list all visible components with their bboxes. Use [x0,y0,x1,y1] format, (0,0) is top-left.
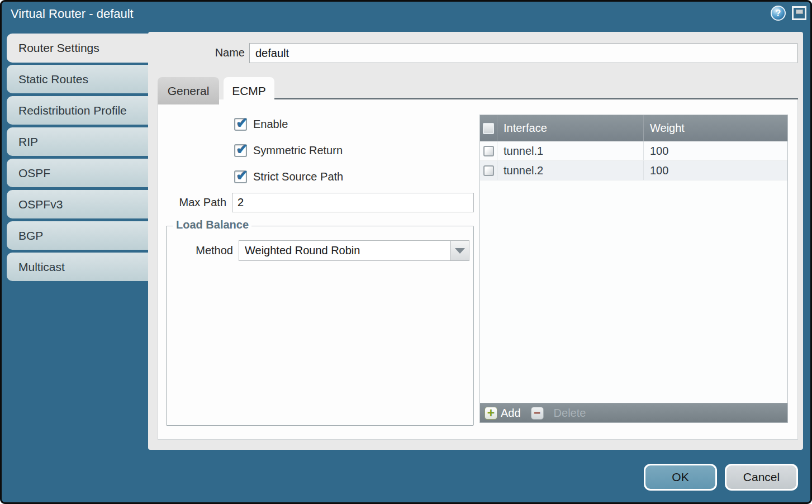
strict-source-path-checkbox[interactable] [234,170,247,183]
sidebar-item-multicast[interactable]: Multicast [7,253,148,281]
column-header-weight[interactable]: Weight [644,115,787,141]
sidebar-item-ospfv3[interactable]: OSPFv3 [7,190,148,218]
weight-cell: 100 [650,145,668,158]
tab-general[interactable]: General [158,77,219,104]
table-toolbar: Add Delete [480,403,787,422]
table-row[interactable]: tunnel.2 100 [480,161,787,180]
strict-source-path-label: Strict Source Path [253,170,343,183]
select-all-checkbox[interactable] [483,123,494,134]
row-checkbox[interactable] [483,146,494,156]
enable-checkbox[interactable] [234,118,247,131]
restore-window-glyph [796,9,803,14]
tab-ecmp[interactable]: ECMP [224,77,274,104]
cancel-button[interactable]: Cancel [725,464,798,491]
virtual-router-dialog: Virtual Router - default Router Settings… [0,0,812,504]
plus-icon [485,407,497,420]
tab-strip-divider [274,98,798,99]
symmetric-return-checkbox[interactable] [234,144,247,157]
restore-window-icon[interactable] [792,6,806,20]
sidebar-item-router-settings[interactable]: Router Settings [7,34,148,63]
add-button[interactable]: Add [485,407,521,420]
interface-cell: tunnel.2 [504,164,543,177]
minus-icon [531,407,544,420]
enable-label: Enable [253,118,288,131]
symmetric-return-label: Symmetric Return [253,144,343,157]
method-dropdown-value: Weighted Round Robin [239,241,450,260]
ok-button[interactable]: OK [644,464,717,491]
sidebar-item-rip[interactable]: RIP [7,127,148,156]
sidebar-item-bgp[interactable]: BGP [7,221,148,250]
load-balance-legend: Load Balance [173,218,251,231]
ecmp-interface-table: Interface Weight tunnel.1 100 tunnel.2 1… [479,115,788,423]
sidebar-item-redistribution-profile[interactable]: Redistribution Profile [7,96,148,125]
table-row[interactable]: tunnel.1 100 [480,141,787,161]
select-all-cell [480,115,497,141]
interface-cell: tunnel.1 [504,145,543,158]
table-header-row: Interface Weight [480,115,787,141]
sidebar-item-ospf[interactable]: OSPF [7,159,148,187]
delete-button[interactable]: Delete [531,407,586,420]
sidebar-item-static-routes[interactable]: Static Routes [7,65,148,93]
enable-row: Enable [234,118,288,131]
chevron-down-icon[interactable] [450,241,469,260]
name-label: Name [192,46,245,59]
name-input[interactable] [249,43,797,63]
dialog-title: Virtual Router - default [11,7,134,21]
table-empty-area [480,180,787,403]
max-path-input[interactable] [232,193,474,212]
method-label: Method [177,244,233,257]
help-icon[interactable] [771,6,786,21]
symmetric-return-row: Symmetric Return [234,144,343,157]
max-path-label: Max Path [170,196,226,209]
method-dropdown[interactable]: Weighted Round Robin [239,240,469,261]
strict-source-path-row: Strict Source Path [234,170,343,183]
weight-cell: 100 [650,164,668,177]
column-header-interface[interactable]: Interface [497,115,644,141]
row-checkbox[interactable] [483,165,494,176]
